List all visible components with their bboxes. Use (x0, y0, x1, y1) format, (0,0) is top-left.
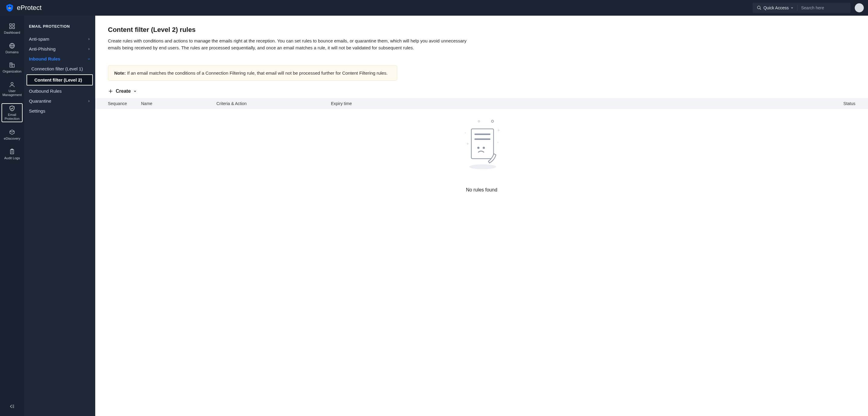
rail-item-audit-logs[interactable]: Audit Logs (1, 147, 23, 161)
svg-text:+: + (497, 128, 500, 133)
user-icon (9, 81, 16, 88)
col-sequence: Sequance (108, 101, 141, 106)
svg-point-37 (477, 147, 479, 149)
note-text: If an email matches the conditions of a … (126, 70, 388, 75)
svg-rect-0 (8, 7, 11, 9)
clipboard-icon (9, 148, 16, 155)
col-name: Name (141, 101, 216, 106)
avatar[interactable] (855, 3, 864, 12)
rail-label: eDiscovery (4, 137, 20, 141)
col-expiry: Expiry time (331, 101, 427, 106)
nav-sub-label: Content filter (Level 2) (34, 77, 82, 82)
page-title: Content filter (Level 2) rules (108, 26, 855, 34)
main-content: Content filter (Level 2) rules Create ru… (95, 16, 868, 416)
shield-icon (9, 105, 16, 112)
col-criteria: Criteria & Action (216, 101, 331, 106)
top-tools: Quick Access (752, 3, 850, 13)
quick-access-dropdown[interactable]: Quick Access (757, 5, 794, 10)
svg-rect-34 (471, 129, 494, 159)
nav-item-label: Outbound Rules (29, 89, 61, 94)
svg-rect-8 (13, 27, 14, 29)
nav-item-settings[interactable]: Settings (24, 106, 95, 116)
svg-point-30 (465, 132, 466, 133)
nav-item-label: Anti-Phishing (29, 46, 56, 51)
svg-point-28 (478, 120, 479, 122)
icon-rail: Dashboard Domains Organization (0, 16, 24, 416)
empty-text: No rules found (466, 187, 497, 193)
table-header-row: Sequance Name Criteria & Action Expiry t… (95, 98, 868, 109)
note-label: Note: (114, 70, 126, 75)
svg-point-38 (483, 147, 485, 149)
rail-item-ediscovery[interactable]: eDiscovery (1, 128, 23, 142)
nav-item-quarantine[interactable]: Quarantine (24, 96, 95, 106)
nav-sub-label: Connection filter (Level 1) (31, 66, 83, 71)
chevron-down-icon (790, 6, 794, 9)
svg-point-3 (757, 6, 760, 9)
topbar: eProtect Quick Access (0, 0, 868, 16)
svg-rect-6 (13, 24, 14, 26)
chevron-right-icon (87, 46, 90, 51)
chevron-right-icon (87, 98, 90, 104)
rail-label: Email Protection (2, 113, 22, 120)
nav-sub-connection-filter[interactable]: Connection filter (Level 1) (24, 64, 95, 74)
nav-section-title: EMAIL PROTECTION (24, 24, 95, 34)
globe-icon (9, 42, 16, 49)
note-banner: Note: If an email matches the conditions… (108, 65, 397, 81)
grid-icon (9, 23, 16, 30)
rail-item-domains[interactable]: Domains (1, 41, 23, 56)
svg-rect-5 (10, 24, 11, 26)
nav-sub-content-filter[interactable]: Content filter (Level 2) (27, 74, 93, 85)
chevron-down-icon (133, 90, 137, 93)
rail-label: User Management (1, 89, 23, 97)
plus-icon (108, 89, 113, 94)
rail-label: Dashboard (4, 31, 20, 35)
brand-name: eProtect (17, 4, 41, 12)
search-icon (757, 5, 762, 10)
nav-item-anti-spam[interactable]: Anti-spam (24, 34, 95, 44)
nav-item-label: Settings (29, 108, 45, 113)
rail-item-dashboard[interactable]: Dashboard (1, 22, 23, 36)
box-icon (9, 129, 16, 135)
rail-item-user-management[interactable]: User Management (1, 80, 23, 98)
nav-item-label: Quarantine (29, 98, 51, 104)
divider (797, 5, 798, 11)
svg-line-18 (12, 131, 14, 133)
nav-panel: EMAIL PROTECTION Anti-spam Anti-Phishing… (24, 16, 95, 416)
svg-line-4 (760, 8, 761, 10)
svg-point-29 (491, 120, 493, 122)
rail-item-organization[interactable]: Organization (1, 61, 23, 75)
svg-point-1 (8, 6, 9, 7)
svg-rect-7 (10, 27, 11, 29)
search-input[interactable] (801, 5, 846, 10)
rail-label: Domains (5, 50, 19, 54)
create-button[interactable]: Create (108, 89, 855, 94)
rail-label: Audit Logs (4, 156, 20, 160)
svg-point-16 (11, 82, 13, 84)
chevron-down-icon (87, 56, 90, 61)
collapse-rail-button[interactable] (9, 403, 15, 413)
svg-text:+: + (467, 141, 469, 146)
nav-item-label: Anti-spam (29, 36, 50, 41)
svg-point-33 (497, 142, 498, 143)
empty-state: + + No rules found (108, 109, 855, 193)
page-description: Create rules with conditions and actions… (108, 37, 470, 51)
brand-logo-icon (5, 4, 14, 12)
col-status: Status (427, 101, 855, 106)
nav-item-inbound-rules[interactable]: Inbound Rules (24, 54, 95, 64)
svg-point-2 (10, 6, 11, 7)
rail-item-email-protection[interactable]: Email Protection (1, 103, 23, 122)
svg-line-17 (10, 131, 12, 133)
svg-rect-13 (12, 64, 14, 67)
quick-access-label: Quick Access (764, 5, 789, 10)
building-icon (9, 62, 16, 68)
empty-document-icon: + + (462, 118, 501, 172)
chevron-right-icon (87, 36, 90, 41)
brand: eProtect (5, 4, 41, 12)
rail-label: Organization (3, 70, 22, 73)
nav-item-anti-phishing[interactable]: Anti-Phishing (24, 44, 95, 54)
nav-item-outbound-rules[interactable]: Outbound Rules (24, 86, 95, 96)
create-label: Create (116, 89, 131, 94)
nav-item-label: Inbound Rules (29, 56, 60, 61)
svg-point-39 (469, 164, 496, 169)
